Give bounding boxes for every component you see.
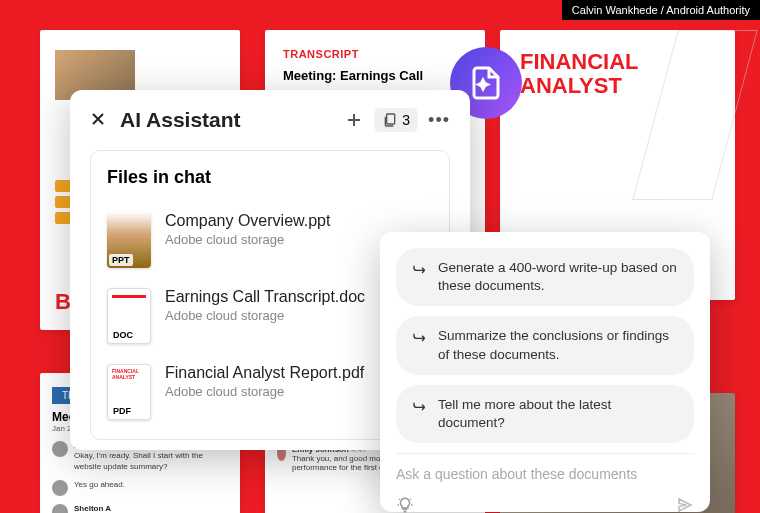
suggestion-text: Generate a 400-word write-up based on th… [438, 259, 678, 295]
file-type-tag: PPT [109, 254, 133, 266]
document-count-value: 3 [402, 112, 410, 128]
more-icon: ••• [428, 110, 450, 131]
question-input-area: Ask a question about these documents [396, 453, 694, 513]
suggestion-chip[interactable]: Generate a 400-word write-up based on th… [396, 248, 694, 306]
file-thumbnail-doc: DOC [107, 288, 151, 344]
suggestions-panel: Generate a 400-word write-up based on th… [380, 232, 710, 512]
reply-arrow-icon [412, 329, 428, 345]
image-credit: Calvin Wankhede / Android Authority [562, 0, 760, 20]
report-heading-1: FINANCIAL [520, 49, 639, 74]
file-name: Earnings Call Transcript.doc [165, 288, 365, 306]
file-thumbnail-ppt: PPT [107, 212, 151, 268]
question-input[interactable]: Ask a question about these documents [396, 466, 694, 482]
panel-header: AI Assistant 3 ••• [90, 108, 450, 132]
transcript-title: Meeting: Earnings Call [283, 68, 467, 92]
close-icon [90, 111, 106, 127]
suggestion-text: Tell me more about the latest document? [438, 396, 678, 432]
file-source: Adobe cloud storage [165, 232, 330, 247]
file-type-tag: PDF [110, 405, 134, 417]
reply-arrow-icon [412, 261, 428, 277]
more-button[interactable]: ••• [428, 110, 450, 131]
reply-arrow-icon [412, 398, 428, 414]
svg-rect-0 [387, 114, 395, 124]
lightbulb-icon [396, 496, 414, 513]
suggestion-text: Summarize the conclusions or findings of… [438, 327, 678, 363]
ideas-button[interactable] [396, 496, 414, 513]
suggestion-chip[interactable]: Summarize the conclusions or findings of… [396, 316, 694, 374]
file-source: Adobe cloud storage [165, 308, 365, 323]
send-button[interactable] [676, 496, 694, 513]
send-icon [676, 496, 694, 513]
file-type-tag: DOC [110, 329, 136, 341]
document-sparkle-icon [468, 65, 504, 101]
panel-title: AI Assistant [120, 108, 241, 132]
files-heading: Files in chat [107, 167, 433, 188]
file-name: Company Overview.ppt [165, 212, 330, 230]
brand-letter: B [55, 289, 70, 315]
plus-icon [344, 110, 364, 130]
add-button[interactable] [344, 110, 364, 130]
file-name: Financial Analyst Report.pdf [165, 364, 364, 382]
file-thumbnail-pdf: FINANCIALANALYSTPDF [107, 364, 151, 420]
close-button[interactable] [90, 109, 106, 132]
documents-icon [382, 112, 398, 128]
suggestion-chip[interactable]: Tell me more about the latest document? [396, 385, 694, 443]
file-source: Adobe cloud storage [165, 384, 364, 399]
transcript-label: TRANSCRIPT [283, 48, 467, 60]
report-heading-2: ANALYST [520, 73, 622, 98]
document-count-chip[interactable]: 3 [374, 108, 418, 132]
